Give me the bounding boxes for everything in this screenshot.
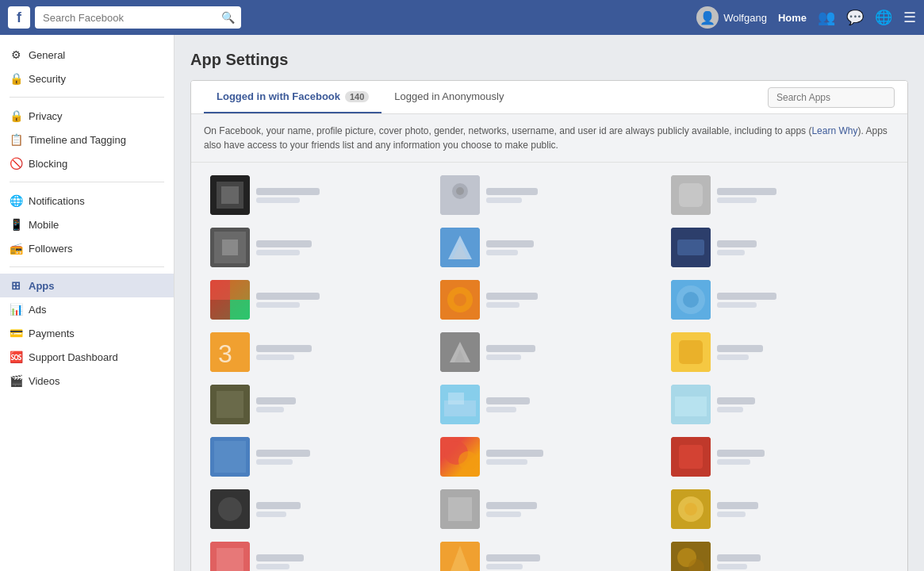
app-name [486,450,543,457]
app-info [256,240,312,255]
list-item[interactable] [665,275,895,324]
svg-rect-2 [221,186,239,204]
app-info [486,345,535,360]
sidebar-item-mobile[interactable]: 📱 Mobile [0,213,174,236]
list-item[interactable] [665,328,895,377]
avatar: 👤 [696,6,719,29]
facebook-logo: f [8,6,30,29]
sidebar-divider-3 [10,266,164,267]
sidebar-item-general[interactable]: ⚙ General [0,43,174,67]
app-sub [256,459,293,465]
svg-rect-56 [217,548,243,571]
list-item[interactable] [665,485,895,534]
list-item[interactable] [665,223,895,272]
app-sub [486,564,523,569]
app-thumb [440,542,480,571]
sidebar-label-payments: Payments [29,328,75,339]
list-item[interactable] [665,171,895,220]
list-item[interactable] [204,432,434,481]
svg-rect-42 [214,441,246,473]
app-name [486,502,537,509]
svg-rect-51 [448,497,472,521]
tab-fb-count: 140 [345,91,369,102]
list-item[interactable] [434,328,664,377]
app-name [486,293,538,300]
app-sub [717,564,747,569]
app-thumb [671,228,711,267]
sidebar-item-ads[interactable]: 📊 Ads [0,297,174,321]
app-thumb [671,489,711,529]
app-name [717,240,757,247]
menu-icon[interactable]: ☰ [903,9,916,26]
app-thumb [440,489,480,529]
list-item[interactable] [665,537,895,571]
list-item[interactable] [204,171,434,220]
list-item[interactable] [434,432,664,481]
sidebar-label-security: Security [29,73,66,85]
app-sub [256,302,300,308]
tab-logged-in-fb[interactable]: Logged in with Facebook 140 [204,81,381,113]
sidebar-item-blocking[interactable]: 🚫 Blocking [0,151,174,175]
list-item[interactable] [665,432,895,481]
sidebar-item-support[interactable]: 🆘 Support Dashboard [0,345,174,369]
sidebar-item-timeline[interactable]: 📋 Timeline and Tagging [0,128,174,151]
sidebar-item-notifications[interactable]: 🌐 Notifications [0,189,174,213]
svg-rect-19 [230,280,250,300]
list-item[interactable] [204,275,434,324]
app-name [717,554,761,561]
app-sub [717,459,750,465]
sidebar-item-security[interactable]: 🔒 Security [0,67,174,90]
list-item[interactable] [434,275,664,324]
app-info [486,397,530,412]
user-name-label: Wolfgang [723,12,767,24]
sidebar-item-followers[interactable]: 📻 Followers [0,236,174,260]
app-thumb: 3 [210,332,250,372]
list-item[interactable] [434,485,664,534]
app-thumb [440,228,480,267]
app-name [486,188,538,195]
list-item[interactable] [434,171,664,220]
search-input[interactable] [35,6,241,29]
apps-search-input[interactable] [768,87,895,108]
app-name [256,554,304,561]
globe-icon[interactable]: 🌐 [875,9,892,26]
sidebar-item-apps[interactable]: ⊞ Apps [0,274,174,297]
info-text-1: On Facebook, your name, profile picture,… [204,125,811,136]
list-item[interactable] [204,223,434,272]
learn-why-link[interactable]: Learn Why [811,125,857,136]
apps-row-2 [204,223,895,272]
tab-anon-label: Logged in Anonymously [394,90,504,102]
home-link[interactable]: Home [778,12,807,24]
list-item[interactable] [204,380,434,429]
list-item[interactable] [434,537,664,571]
sidebar-item-privacy[interactable]: 🔒 Privacy [0,104,174,128]
app-thumb [440,385,480,424]
app-name [717,293,776,300]
list-item[interactable] [204,537,434,571]
list-item[interactable] [665,380,895,429]
app-info [486,293,538,308]
layout: ⚙ General 🔒 Security 🔒 Privacy 📋 Timelin… [0,35,924,571]
list-item[interactable] [434,223,664,272]
list-item[interactable]: 3 [204,328,434,377]
app-info [486,240,534,255]
messages-icon[interactable]: 💬 [846,9,864,26]
app-thumb [671,542,711,571]
sidebar-item-payments[interactable]: 💳 Payments [0,321,174,345]
sidebar-item-videos[interactable]: 🎬 Videos [0,369,174,393]
svg-rect-15 [677,240,704,255]
friends-icon[interactable]: 👥 [818,9,835,26]
app-name [256,240,312,247]
svg-rect-33 [679,340,703,364]
app-name [717,397,755,404]
app-name [717,502,758,509]
sidebar-label-apps: Apps [29,280,55,292]
tab-logged-in-anon[interactable]: Logged in Anonymously [381,81,516,113]
list-item[interactable] [204,485,434,534]
user-profile-button[interactable]: 👤 Wolfgang [696,6,767,29]
app-thumb [440,280,480,320]
app-sub [717,302,757,308]
app-thumb [210,280,250,320]
list-item[interactable] [434,380,664,429]
app-name [256,188,320,195]
